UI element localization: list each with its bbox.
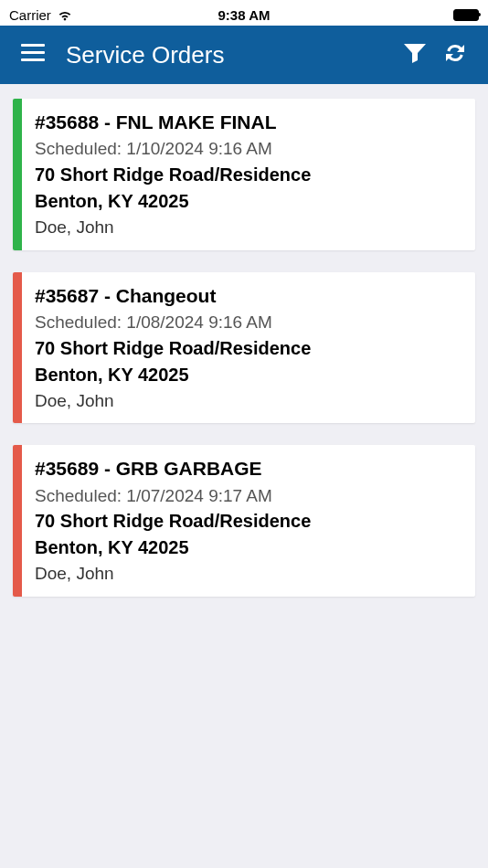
menu-button[interactable] xyxy=(13,35,53,75)
order-address-line2: Benton, KY 42025 xyxy=(35,189,462,214)
order-card-body: #35689 - GRB GARBAGE Scheduled: 1/07/202… xyxy=(22,445,475,597)
order-scheduled: Scheduled: 1/08/2024 9:16 AM xyxy=(35,311,462,334)
status-accent xyxy=(13,272,22,424)
carrier-label: Carrier xyxy=(9,7,51,23)
page-title: Service Orders xyxy=(66,41,224,69)
order-scheduled: Scheduled: 1/10/2024 9:16 AM xyxy=(35,137,462,161)
status-accent xyxy=(13,99,22,250)
status-bar: Carrier 9:38 AM xyxy=(0,0,488,26)
svg-rect-0 xyxy=(21,44,45,47)
order-card-body: #35687 - Changeout Scheduled: 1/08/2024 … xyxy=(22,272,475,424)
app-header: Service Orders xyxy=(0,26,488,84)
order-contact: Doe, John xyxy=(35,562,462,586)
wifi-icon xyxy=(57,9,73,21)
refresh-icon xyxy=(442,40,468,69)
order-contact: Doe, John xyxy=(35,389,462,413)
status-time: 9:38 AM xyxy=(218,7,271,23)
svg-rect-2 xyxy=(21,58,45,61)
order-address-line1: 70 Short Ridge Road/Residence xyxy=(35,163,462,187)
order-address-line2: Benton, KY 42025 xyxy=(35,363,462,387)
filter-icon xyxy=(403,42,427,68)
refresh-button[interactable] xyxy=(435,35,475,75)
order-scheduled: Scheduled: 1/07/2024 9:17 AM xyxy=(35,484,462,508)
order-card[interactable]: #35688 - FNL MAKE FINAL Scheduled: 1/10/… xyxy=(13,99,475,250)
filter-button[interactable] xyxy=(395,35,435,75)
status-accent xyxy=(13,445,22,597)
hamburger-icon xyxy=(21,44,45,66)
status-right xyxy=(453,9,479,21)
order-address-line1: 70 Short Ridge Road/Residence xyxy=(35,509,462,534)
svg-rect-1 xyxy=(21,51,45,54)
order-address-line1: 70 Short Ridge Road/Residence xyxy=(35,336,462,361)
status-left: Carrier xyxy=(9,7,73,23)
order-contact: Doe, John xyxy=(35,216,462,239)
order-address-line2: Benton, KY 42025 xyxy=(35,535,462,560)
battery-icon xyxy=(453,9,479,21)
order-title: #35687 - Changeout xyxy=(35,283,462,309)
order-title: #35688 - FNL MAKE FINAL xyxy=(35,110,462,135)
order-card[interactable]: #35689 - GRB GARBAGE Scheduled: 1/07/202… xyxy=(13,445,475,597)
order-card-body: #35688 - FNL MAKE FINAL Scheduled: 1/10/… xyxy=(22,99,475,250)
orders-list[interactable]: #35688 - FNL MAKE FINAL Scheduled: 1/10/… xyxy=(0,84,488,868)
order-card[interactable]: #35687 - Changeout Scheduled: 1/08/2024 … xyxy=(13,272,475,424)
order-title: #35689 - GRB GARBAGE xyxy=(35,456,462,482)
